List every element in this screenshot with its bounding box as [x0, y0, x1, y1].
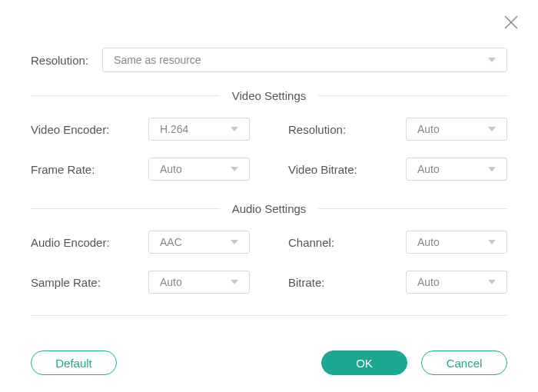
divider-line: [318, 95, 507, 96]
resolution-top-dropdown[interactable]: Same as resource: [102, 48, 507, 72]
sample-rate-label: Sample Rate:: [31, 276, 101, 289]
divider-line: [318, 208, 507, 209]
channel-value: Auto: [417, 236, 440, 248]
video-encoder-dropdown[interactable]: H.264: [148, 118, 250, 141]
sample-rate-dropdown[interactable]: Auto: [148, 271, 250, 294]
audio-settings-title: Audio Settings: [220, 202, 319, 215]
frame-rate-label: Frame Rate:: [31, 163, 95, 176]
resolution-top-label: Resolution:: [31, 54, 88, 67]
video-resolution-label: Resolution:: [288, 123, 346, 136]
close-icon: [503, 14, 520, 31]
chevron-down-icon: [488, 167, 496, 171]
video-settings-header: Video Settings: [31, 89, 507, 102]
video-settings-title: Video Settings: [220, 89, 318, 102]
video-resolution-value: Auto: [417, 123, 440, 135]
video-bitrate-value: Auto: [417, 163, 440, 175]
channel-label: Channel:: [288, 236, 334, 249]
audio-settings-header: Audio Settings: [31, 202, 507, 215]
chevron-down-icon: [488, 240, 496, 244]
chevron-down-icon: [231, 280, 238, 284]
video-bitrate-dropdown[interactable]: Auto: [406, 158, 507, 181]
ok-button[interactable]: OK: [321, 350, 407, 375]
video-bitrate-label: Video Bitrate:: [288, 163, 357, 176]
bottom-divider: [31, 315, 507, 316]
audio-bitrate-dropdown[interactable]: Auto: [406, 271, 507, 294]
sample-rate-value: Auto: [160, 276, 182, 288]
divider-line: [31, 95, 220, 96]
chevron-down-icon: [231, 167, 238, 171]
audio-encoder-dropdown[interactable]: AAC: [148, 231, 250, 254]
audio-encoder-value: AAC: [160, 236, 182, 248]
cancel-button-label: Cancel: [447, 357, 483, 370]
close-button[interactable]: [503, 14, 520, 34]
chevron-down-icon: [231, 127, 238, 131]
divider-line: [31, 208, 220, 209]
audio-bitrate-value: Auto: [417, 276, 440, 288]
frame-rate-value: Auto: [160, 163, 182, 175]
chevron-down-icon: [488, 280, 496, 284]
ok-button-label: OK: [356, 357, 373, 370]
video-encoder-value: H.264: [160, 123, 188, 135]
channel-dropdown[interactable]: Auto: [406, 231, 507, 254]
video-resolution-dropdown[interactable]: Auto: [406, 118, 507, 141]
audio-bitrate-label: Bitrate:: [288, 276, 325, 289]
chevron-down-icon: [488, 58, 496, 62]
audio-encoder-label: Audio Encoder:: [31, 236, 110, 249]
chevron-down-icon: [231, 240, 238, 244]
video-encoder-label: Video Encoder:: [31, 123, 109, 136]
default-button-label: Default: [55, 357, 92, 370]
cancel-button[interactable]: Cancel: [421, 350, 507, 375]
default-button[interactable]: Default: [31, 350, 117, 375]
resolution-top-value: Same as resource: [114, 54, 201, 66]
frame-rate-dropdown[interactable]: Auto: [148, 158, 250, 181]
chevron-down-icon: [488, 127, 496, 131]
